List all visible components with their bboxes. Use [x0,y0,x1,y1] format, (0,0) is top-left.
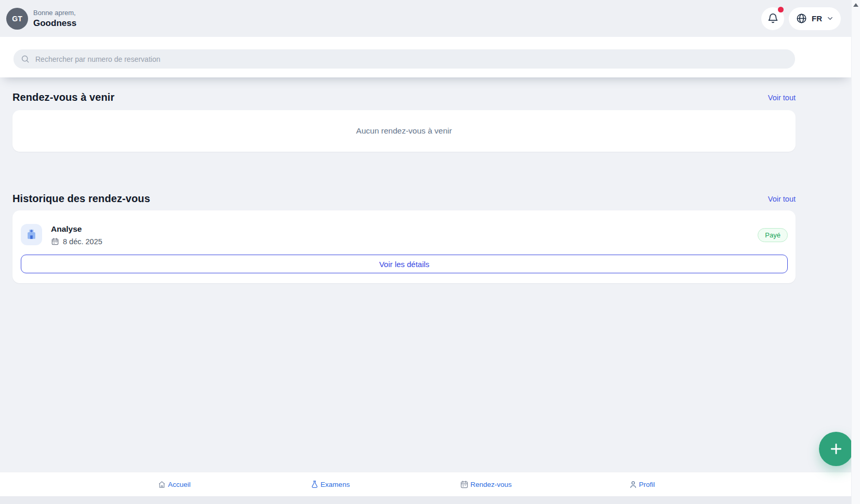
scrollbar[interactable] [851,0,860,504]
bell-icon [767,12,779,24]
search-band [0,37,851,77]
notification-dot [778,7,784,12]
history-header: Historique des rendez-vous Voir tout [12,193,796,205]
bottom-nav: Accueil Examens [0,472,851,496]
nav-item-accueil[interactable]: Accueil [96,472,252,496]
add-appointment-fab[interactable] [819,432,853,466]
avatar[interactable]: GT [6,8,28,30]
greeting-block: Bonne aprem, Goodness [33,9,76,29]
person-icon [629,480,638,489]
bottom-edge-strip [0,496,851,504]
header-bar: GT Bonne aprem, Goodness [0,0,851,37]
plus-icon [828,441,844,457]
main-content: Rendez-vous à venir Voir tout Aucun rend… [0,91,796,283]
nav-item-rendez-vous[interactable]: Rendez-vous [408,472,564,496]
chevron-down-icon [826,15,834,22]
globe-icon [796,12,808,24]
hospital-icon [21,224,42,245]
username: Goodness [33,18,76,29]
scroll-up-arrow-icon[interactable] [853,3,858,7]
avatar-initials: GT [12,15,22,23]
upcoming-title: Rendez-vous à venir [12,91,114,103]
top-header: GT Bonne aprem, Goodness [0,0,851,77]
appointment-date: 8 déc. 2025 [63,237,102,246]
home-icon [157,480,166,489]
status-badge: Payé [758,228,788,242]
search-bar[interactable] [14,49,795,69]
upcoming-header: Rendez-vous à venir Voir tout [12,91,796,103]
history-title: Historique des rendez-vous [12,193,150,205]
history-see-all-link[interactable]: Voir tout [768,195,796,203]
bottom-nav-inner: Accueil Examens [96,472,720,496]
calendar-icon [460,480,469,489]
appointment-card: Analyse 8 déc. 2025 [12,210,796,283]
header-actions: FR [761,7,841,30]
nav-label: Accueil [168,481,191,488]
language-selector[interactable]: FR [789,7,841,30]
greeting-text: Bonne aprem, [33,9,76,17]
calendar-icon [51,237,59,246]
details-button[interactable]: Voir les détails [21,255,788,273]
upcoming-empty-card: Aucun rendez-vous à venir [12,110,796,152]
nav-label: Profil [639,481,655,488]
nav-item-profil[interactable]: Profil [564,472,720,496]
appointment-row: Analyse 8 déc. 2025 [21,224,788,246]
upcoming-see-all-link[interactable]: Voir tout [768,94,796,102]
appointment-name: Analyse [51,224,102,234]
nav-item-examens[interactable]: Examens [252,472,408,496]
appointment-date-row: 8 déc. 2025 [51,237,102,246]
nav-label: Rendez-vous [470,481,512,488]
nav-label: Examens [321,481,350,488]
section-upcoming: Rendez-vous à venir Voir tout Aucun rend… [12,91,796,152]
app-root: GT Bonne aprem, Goodness [0,0,851,504]
search-icon [20,54,30,64]
appointment-info: Analyse 8 déc. 2025 [51,224,102,246]
notifications-button[interactable] [761,7,784,30]
section-history: Historique des rendez-vous Voir tout A [12,193,796,283]
language-label: FR [812,14,822,23]
upcoming-empty-message: Aucun rendez-vous à venir [356,126,452,136]
search-input[interactable] [35,55,788,63]
flask-icon [310,480,319,489]
